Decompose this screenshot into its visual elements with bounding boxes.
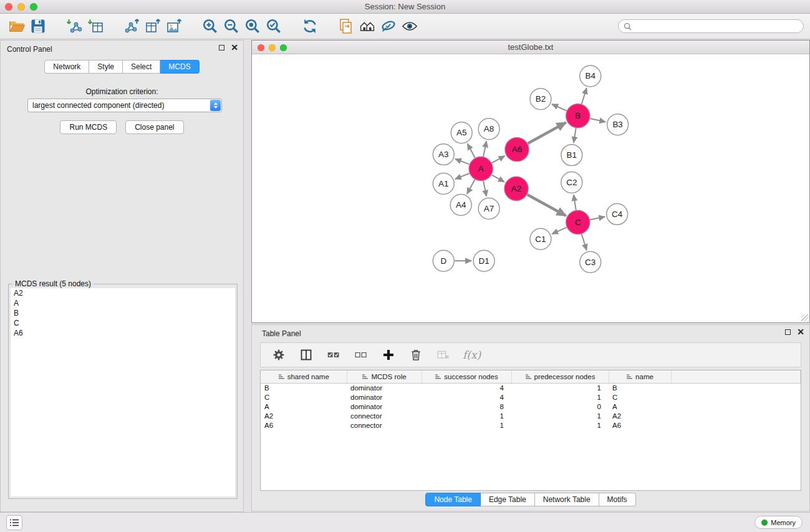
- refresh-icon: [302, 18, 318, 34]
- zoom-fit-button[interactable]: [242, 16, 263, 36]
- column-header-name[interactable]: name: [609, 370, 671, 383]
- export-table-button[interactable]: [142, 16, 163, 36]
- graph-node-A5[interactable]: A5: [451, 122, 472, 143]
- graph-node-B[interactable]: B: [566, 104, 590, 128]
- minimize-window-button[interactable]: [17, 3, 25, 11]
- svg-text:A8: A8: [484, 124, 494, 133]
- network-view-window: testGlobe.txt B4B2BB3A5A8A6A3B1AC2A1A2A4…: [251, 40, 810, 323]
- create-column-button[interactable]: [380, 347, 397, 363]
- graph-node-B2[interactable]: B2: [530, 89, 551, 110]
- import-network-button[interactable]: [64, 16, 85, 36]
- graph-node-A4[interactable]: A4: [450, 194, 471, 215]
- graph-node-A8[interactable]: A8: [478, 118, 499, 140]
- float-table-panel-icon[interactable]: [785, 329, 791, 335]
- graph-node-B3[interactable]: B3: [607, 114, 629, 135]
- result-item[interactable]: A6: [11, 328, 235, 338]
- tab-network-table[interactable]: Network Table: [535, 493, 599, 506]
- tab-motifs[interactable]: Motifs: [599, 493, 636, 506]
- result-item[interactable]: B: [11, 308, 235, 318]
- save-icon: [30, 18, 46, 34]
- column-header-predecessor-nodes[interactable]: predecessor nodes: [511, 370, 609, 383]
- graph-node-C4[interactable]: C4: [607, 203, 628, 225]
- table-cell: dominator: [347, 383, 422, 392]
- delete-column-button[interactable]: [408, 347, 424, 363]
- graph-node-C1[interactable]: C1: [530, 228, 551, 249]
- zoom-selected-button[interactable]: [263, 16, 284, 36]
- float-panel-icon[interactable]: [219, 45, 224, 51]
- tab-node-table[interactable]: Node Table: [425, 493, 481, 506]
- table-row[interactable]: Cdominator41C: [261, 392, 801, 402]
- graph-node-C[interactable]: C: [566, 210, 590, 234]
- graph-node-B1[interactable]: B1: [561, 145, 582, 166]
- open-file-button[interactable]: [6, 16, 27, 36]
- tab-style[interactable]: Style: [89, 60, 123, 74]
- graph-node-C3[interactable]: C3: [580, 251, 601, 273]
- column-header-filler: [671, 370, 801, 383]
- unselect-all-columns-button[interactable]: [353, 347, 369, 363]
- network-canvas[interactable]: B4B2BB3A5A8A6A3B1AC2A1A2A4A7C4CC1DD1C3: [252, 54, 809, 322]
- column-header-MCDS-role[interactable]: MCDS role: [347, 370, 422, 383]
- zoom-network-window-button[interactable]: [280, 44, 287, 51]
- column-header-shared-name[interactable]: shared name: [261, 370, 347, 383]
- graph-node-A2[interactable]: A2: [504, 177, 528, 201]
- table-cell: A2: [261, 411, 347, 420]
- task-history-button[interactable]: [6, 515, 22, 530]
- close-panel-icon[interactable]: ✕: [231, 45, 238, 51]
- resize-grip[interactable]: [801, 314, 809, 322]
- graph-edge: [590, 216, 605, 220]
- search-input[interactable]: [635, 22, 798, 31]
- export-document-button[interactable]: [335, 16, 357, 36]
- result-item[interactable]: A: [11, 298, 235, 308]
- tab-edge-table[interactable]: Edge Table: [481, 493, 535, 506]
- table-settings-button[interactable]: [271, 347, 287, 363]
- mcds-result-title: MCDS result (5 nodes): [12, 279, 94, 288]
- tab-network[interactable]: Network: [44, 60, 89, 74]
- table-row[interactable]: A6connector11A6: [261, 420, 801, 430]
- export-network-icon: [123, 18, 140, 34]
- graph-node-A1[interactable]: A1: [433, 173, 454, 195]
- export-image-button[interactable]: [163, 16, 185, 36]
- search-field[interactable]: [618, 19, 804, 33]
- result-item[interactable]: A2: [11, 288, 235, 298]
- graph-node-A7[interactable]: A7: [478, 198, 499, 219]
- result-item[interactable]: C: [11, 318, 235, 328]
- home-button[interactable]: [357, 16, 378, 36]
- zoom-in-button[interactable]: [200, 16, 221, 36]
- show-columns-button[interactable]: [298, 347, 314, 363]
- criterion-dropdown[interactable]: largest connected component (directed): [27, 99, 222, 112]
- table-row[interactable]: A2connector11A2: [261, 411, 801, 420]
- select-all-columns-button[interactable]: [325, 347, 342, 363]
- tab-mcds[interactable]: MCDS: [160, 60, 199, 74]
- graph-node-D[interactable]: D: [433, 250, 454, 271]
- close-network-window-button[interactable]: [258, 44, 264, 51]
- annotation-mode-button[interactable]: [378, 16, 399, 36]
- table-row[interactable]: Adominator80A: [261, 402, 801, 411]
- column-header-successor-nodes[interactable]: successor nodes: [422, 370, 511, 383]
- graph-node-D1[interactable]: D1: [473, 250, 494, 271]
- graph-node-C2[interactable]: C2: [561, 172, 582, 193]
- minimize-network-window-button[interactable]: [269, 44, 276, 51]
- graph-node-B4[interactable]: B4: [580, 65, 601, 87]
- close-panel-button[interactable]: Close panel: [125, 120, 183, 134]
- show-graphics-details-button[interactable]: [399, 16, 420, 36]
- main-toolbar: [0, 14, 810, 39]
- memory-button[interactable]: Memory: [755, 516, 803, 529]
- table-cell-filler: [671, 383, 801, 392]
- export-network-button[interactable]: [121, 16, 142, 36]
- graph-node-A3[interactable]: A3: [433, 144, 454, 165]
- tab-select[interactable]: Select: [123, 60, 160, 74]
- close-table-panel-icon[interactable]: ✕: [797, 329, 804, 335]
- run-mcds-button[interactable]: Run MCDS: [60, 120, 117, 134]
- zoom-out-button[interactable]: [221, 16, 242, 36]
- graph-node-A6[interactable]: A6: [505, 138, 529, 162]
- svg-text:D1: D1: [479, 256, 489, 266]
- refresh-layout-button[interactable]: [299, 16, 321, 36]
- import-table-button[interactable]: [85, 16, 106, 36]
- svg-text:C: C: [575, 218, 581, 227]
- table-row[interactable]: Bdominator41B: [261, 383, 801, 392]
- zoom-window-button[interactable]: [30, 3, 37, 11]
- save-session-button[interactable]: [27, 16, 49, 36]
- mcds-result-box: MCDS result (5 nodes) A2ABCA6: [8, 284, 238, 499]
- close-window-button[interactable]: [5, 3, 12, 11]
- graph-node-A[interactable]: A: [469, 157, 493, 181]
